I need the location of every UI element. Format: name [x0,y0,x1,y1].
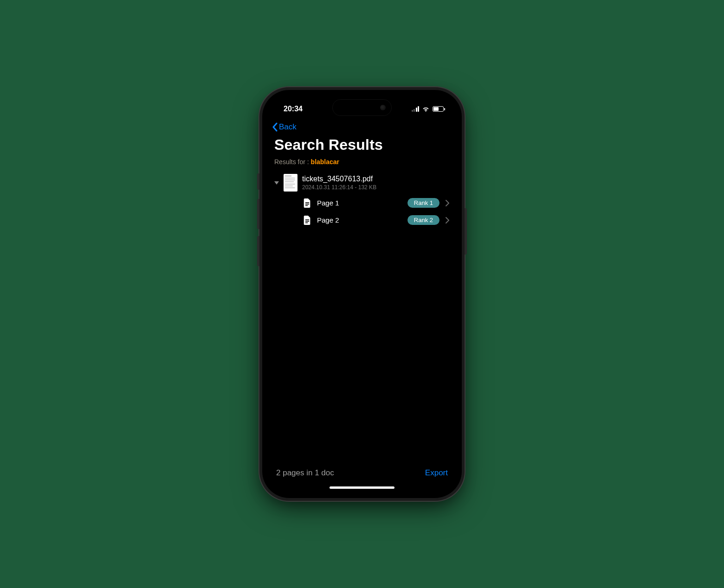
search-query: blablacar [311,158,339,166]
power-button [465,208,467,255]
page-title: Search Results [274,136,450,153]
home-indicator-area [266,480,458,494]
document-filename: tickets_34507613.pdf [302,175,376,183]
page-label: Page 1 [317,199,402,207]
status-icons [412,106,446,112]
volume-down-button [257,236,259,266]
page-result-row[interactable]: Page 1 Rank 1 [268,194,456,211]
page-icon [303,198,311,208]
page-icon [303,216,311,225]
back-label: Back [279,122,297,132]
results-list: tickets_34507613.pdf 2024.10.31 11:26:14… [266,172,458,463]
cellular-signal-icon [412,106,420,112]
battery-icon [433,106,445,112]
document-meta: tickets_34507613.pdf 2024.10.31 11:26:14… [302,175,376,191]
back-button[interactable]: Back [272,122,297,132]
chevron-right-icon [445,217,450,224]
rank-badge: Rank 1 [407,198,440,208]
mute-switch [257,173,259,190]
bottom-bar: 2 pages in 1 doc Export [266,463,458,480]
svg-rect-3 [305,205,308,206]
title-area: Search Results [266,135,458,158]
page-label: Page 2 [317,216,402,224]
svg-rect-5 [305,221,309,222]
svg-rect-6 [305,222,308,223]
results-summary: 2 pages in 1 doc [276,468,334,478]
export-button[interactable]: Export [425,468,448,478]
screen: 20:34 Back [266,94,458,494]
wifi-icon [422,106,430,112]
chevron-left-icon [272,122,278,132]
home-indicator[interactable] [330,486,394,489]
nav-bar: Back [266,120,458,135]
page-result-row[interactable]: Page 2 Rank 2 [268,211,456,229]
front-camera [380,105,386,110]
phone-frame: 20:34 Back [262,90,462,498]
svg-marker-0 [274,181,279,185]
document-row[interactable]: tickets_34507613.pdf 2024.10.31 11:26:14… [268,172,456,194]
rank-badge: Rank 2 [407,215,440,225]
document-subtitle: 2024.10.31 11:26:14 - 132 KB [302,184,376,191]
svg-rect-1 [305,202,309,203]
volume-up-button [257,199,259,229]
svg-rect-4 [305,219,309,220]
status-time: 20:34 [284,105,303,113]
results-prefix: Results for : [274,158,311,166]
document-thumbnail [284,174,297,192]
chevron-right-icon [445,200,450,206]
disclosure-triangle-icon[interactable] [274,180,279,185]
svg-rect-2 [305,204,309,205]
dynamic-island [332,99,392,116]
results-for-line: Results for : blablacar [266,158,458,172]
